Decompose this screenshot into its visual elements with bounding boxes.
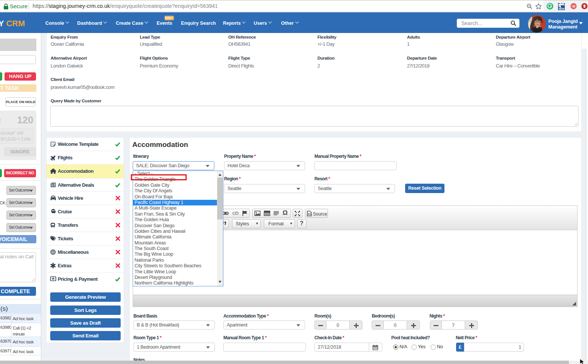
svg-text:NEW: NEW [558, 7, 564, 10]
svg-text:B: B [573, 4, 576, 8]
svg-text:1: 1 [52, 278, 54, 280]
